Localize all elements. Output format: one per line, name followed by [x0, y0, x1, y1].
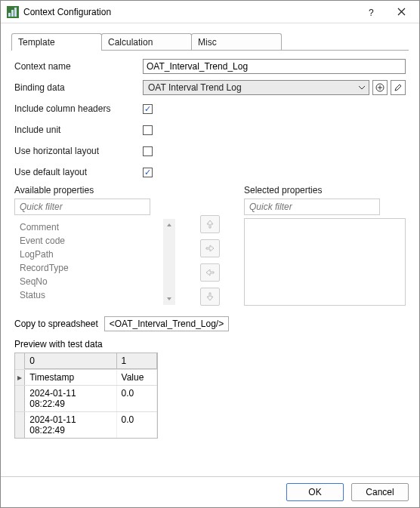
include-column-headers-label: Include column headers	[14, 103, 143, 114]
svg-rect-3	[14, 8, 17, 17]
tab-bar: Template Calculation Misc	[11, 32, 409, 50]
table-cell: 0.0	[117, 386, 157, 411]
move-up-button[interactable]	[200, 215, 220, 233]
move-left-button[interactable]	[200, 263, 220, 282]
list-item[interactable]: Comment	[18, 220, 163, 234]
move-down-button[interactable]	[200, 288, 220, 306]
scrollbar[interactable]	[163, 219, 175, 305]
ok-button[interactable]: OK	[286, 483, 344, 501]
row-indicator	[15, 412, 25, 438]
use-horizontal-layout-checkbox[interactable]	[143, 146, 153, 156]
preview-label: Preview with test data	[14, 339, 406, 349]
list-item[interactable]: Timestamp	[18, 302, 163, 305]
cancel-button[interactable]: Cancel	[351, 483, 409, 501]
button-label: Cancel	[366, 487, 394, 497]
move-right-button[interactable]	[200, 239, 220, 257]
add-binding-button[interactable]	[372, 80, 388, 95]
row-indicator-header	[15, 353, 25, 369]
tab-label: Misc	[198, 37, 217, 48]
titlebar: Context Configuration ?	[1, 1, 419, 23]
copy-value-text: <OAT_Interval_Trend_Log/>	[110, 319, 224, 329]
tab-label: Template	[18, 37, 55, 48]
row-indicator: ▸	[15, 370, 25, 385]
list-item[interactable]: RecordType	[18, 261, 163, 275]
binding-data-value: OAT Interval Trend Log	[144, 82, 355, 93]
col-header-1[interactable]: 1	[117, 353, 157, 369]
col-header-0[interactable]: 0	[25, 353, 116, 369]
table-cell: 2024-01-11 08:22:49	[25, 412, 116, 438]
include-unit-checkbox[interactable]	[143, 125, 153, 135]
include-unit-label: Include unit	[14, 125, 143, 135]
dialog-footer: OK Cancel	[1, 476, 419, 507]
available-properties-title: Available properties	[14, 185, 176, 196]
list-item[interactable]: Event code	[18, 234, 163, 248]
available-quick-filter[interactable]	[14, 199, 150, 215]
context-name-label: Context name	[14, 61, 143, 72]
available-properties-list[interactable]: Comment Event code LogPath RecordType Se…	[14, 218, 176, 306]
include-column-headers-checkbox[interactable]	[143, 104, 153, 114]
table-cell: Value	[117, 370, 157, 385]
list-item[interactable]: Status	[18, 288, 163, 302]
copy-to-spreadsheet-value[interactable]: <OAT_Interval_Trend_Log/>	[104, 316, 229, 331]
binding-data-label: Binding data	[14, 82, 143, 93]
scroll-down-icon[interactable]	[163, 293, 175, 305]
app-icon	[7, 6, 19, 18]
close-button[interactable]	[386, 2, 416, 23]
tab-misc[interactable]: Misc	[191, 33, 282, 51]
tab-calculation[interactable]: Calculation	[101, 33, 192, 51]
use-horizontal-layout-label: Use horizontal layout	[14, 146, 143, 156]
selected-quick-filter[interactable]	[244, 199, 380, 215]
row-indicator	[15, 386, 25, 411]
context-name-input[interactable]	[143, 59, 406, 74]
tab-label: Calculation	[108, 37, 153, 48]
list-item[interactable]: LogPath	[18, 248, 163, 261]
scroll-up-icon[interactable]	[163, 219, 175, 231]
table-cell: Timestamp	[25, 370, 116, 385]
window-title: Context Configuration	[23, 7, 356, 17]
selected-properties-title: Selected properties	[244, 185, 406, 196]
table-cell: 0.0	[117, 412, 157, 438]
chevron-down-icon[interactable]	[355, 81, 369, 94]
help-button[interactable]: ?	[356, 2, 386, 23]
table-cell: 2024-01-11 08:22:49	[25, 386, 116, 411]
button-label: OK	[308, 487, 321, 497]
svg-rect-2	[11, 10, 14, 17]
use-default-layout-label: Use default layout	[14, 167, 143, 177]
selected-properties-list[interactable]	[244, 218, 406, 306]
svg-text:?: ?	[369, 8, 374, 17]
tab-template[interactable]: Template	[11, 33, 102, 51]
svg-rect-1	[8, 13, 11, 17]
copy-to-spreadsheet-label: Copy to spreadsheet	[14, 319, 98, 329]
edit-binding-button[interactable]	[391, 80, 406, 95]
binding-data-combo[interactable]: OAT Interval Trend Log	[143, 80, 369, 95]
list-item[interactable]: SeqNo	[18, 275, 163, 288]
use-default-layout-checkbox[interactable]	[143, 168, 153, 177]
preview-table: 0 1 ▸ Timestamp Value 2024-01-11 08:22:4…	[14, 353, 158, 439]
